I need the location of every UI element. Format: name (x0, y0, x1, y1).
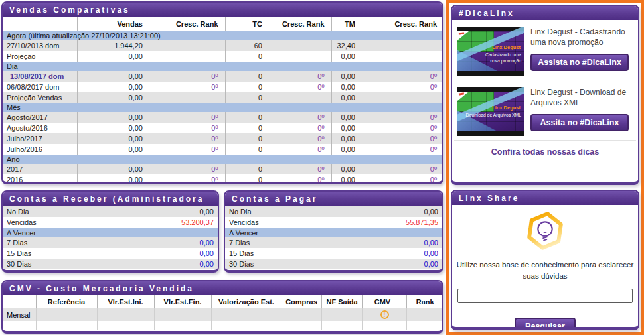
table-row: 30 Dias0,00 (225, 259, 442, 269)
metric-value: 0 (225, 82, 265, 92)
metric-value: 0,00 (331, 82, 358, 92)
table-row: 20160,000º00º0,000º (3, 174, 443, 184)
rank-value (145, 92, 225, 103)
share-message: Utilize nossa base de conhecimento para … (453, 259, 637, 281)
highlight-orange-frame: #DicaLinx Linx Degust Cadastrando uma no… (446, 0, 644, 335)
rank-value (265, 51, 331, 62)
amount-value[interactable]: 0,00 (127, 237, 218, 248)
search-button[interactable]: Pesquisar (515, 318, 576, 330)
exclamation-circle-icon[interactable]: ! (380, 310, 389, 319)
metric-value: 0,00 (331, 164, 358, 174)
thumbnail-caption-text: Download de Arquivos XML (466, 112, 522, 118)
metric-value: 0 (225, 51, 265, 62)
amount-value: 0,00 (127, 206, 218, 217)
watch-dicalinx-button[interactable]: Assita no #DicaLinx (530, 114, 629, 131)
row-label: Projeção (3, 51, 77, 62)
rank-value: 0º (145, 71, 225, 82)
rank-value: 0º (145, 112, 225, 123)
watch-dicalinx-button[interactable]: Assista no #DicaLinx (530, 54, 629, 71)
amount-value[interactable]: 0,00 (351, 237, 442, 248)
current-date-link[interactable]: 13/08/2017 dom (3, 71, 77, 82)
rank-value: 0º (358, 174, 443, 184)
vendas-table: Vendas Cresc. Rank TC Cresc. Rank TM Cre… (3, 17, 443, 184)
row-label: Mensal (3, 308, 36, 321)
table-row: 27/10/2013 dom1.944,206032,40 (3, 40, 443, 51)
metric-value: 1.944,20 (77, 40, 145, 51)
contas-receber-table: No Dia0,00Vencidas53.200,37A Vencer7 Dia… (3, 206, 218, 269)
metric-value: 0,00 (331, 144, 358, 155)
amount-value[interactable]: 0,00 (127, 259, 218, 269)
linx-share-panel: Linx Share (451, 190, 639, 330)
row-label: 7 Dias (3, 237, 127, 248)
col-header-cresc-rank: Cresc. Rank (145, 17, 225, 31)
table-row: Julho/20170,000º00º0,000º (3, 133, 443, 144)
rank-value: 0º (358, 123, 443, 133)
rank-value (145, 40, 225, 51)
table-row: 15 Dias0,00 (3, 248, 218, 259)
rank-value: 0º (265, 82, 331, 92)
video-title: Linx Degust - Download de Arquivos XML (530, 87, 633, 108)
rank-value: 0º (265, 123, 331, 133)
panel-title: #DicaLinx (452, 6, 638, 20)
rank-value: 0º (358, 144, 443, 155)
section-row: A Vencer (3, 228, 218, 237)
table-row: Agosto/20170,000º00º0,000º (3, 112, 443, 123)
empty-header-cell (3, 295, 36, 308)
table-row: 30 Dias0,00 (3, 259, 218, 269)
amount-value[interactable]: 0,00 (351, 248, 442, 259)
lightbulb-hexagon-icon (524, 210, 566, 251)
table-row: 7 Dias0,00 (225, 237, 442, 248)
metric-value: 0,00 (77, 174, 145, 184)
row-label: Vencidas (225, 217, 351, 228)
metric-value: 0,00 (77, 51, 145, 62)
video-item: Linx Degust Cadastrando uma nova promoçã… (452, 20, 638, 80)
metric-value: 0 (225, 112, 265, 123)
metric-value: 0,00 (331, 123, 358, 133)
metric-value: 0 (225, 144, 265, 155)
metric-value: 0 (225, 71, 265, 82)
amount-value[interactable]: 0,00 (351, 259, 442, 269)
panel-title: Linx Share (452, 191, 638, 205)
row-label: 30 Dias (225, 259, 351, 269)
share-search-input[interactable] (457, 289, 633, 303)
panel-title: Contas a Receber (Administradora (3, 192, 218, 206)
rank-value: 0º (265, 164, 331, 174)
cmv-header-row: Referência Vlr.Est.Ini. Vlr.Est.Fin. Val… (3, 295, 443, 308)
col-header-referencia: Referência (36, 295, 97, 308)
rank-value: 0º (358, 82, 443, 92)
table-row: No Dia0,00 (225, 206, 442, 217)
contas-a-pagar-panel: Contas a Pagar No Dia0,00Vencidas55.871,… (224, 190, 443, 273)
video-thumbnail[interactable]: Linx Degust Download de Arquivos XML (457, 87, 524, 136)
col-header-cresc-rank: Cresc. Rank (358, 17, 443, 31)
rank-value: 0º (265, 112, 331, 123)
table-row: No Dia0,00 (3, 206, 218, 217)
contas-pagar-table: No Dia0,00Vencidas55.871,35A Vencer7 Dia… (225, 206, 442, 269)
metric-value: 60 (225, 40, 265, 51)
table-row: 20170,000º00º0,000º (3, 164, 443, 174)
rank-value: 0º (265, 133, 331, 144)
dashboard: Vendas Comparativas Vendas Cresc. Rank T… (0, 0, 644, 335)
metric-value: 0,00 (77, 82, 145, 92)
metric-value: 0,00 (331, 133, 358, 144)
rank-value (265, 40, 331, 51)
metric-value: 0,00 (77, 133, 145, 144)
table-row: Agosto/20160,000º00º0,000º (3, 123, 443, 133)
thumbnail-brand-text: Linx Degust (492, 105, 521, 111)
all-tips-link[interactable]: Confira todas nossas dicas (452, 141, 638, 161)
metric-value: 0,00 (331, 51, 358, 62)
rank-value (358, 40, 443, 51)
rank-value: 0º (145, 144, 225, 155)
rank-value: 0º (145, 82, 225, 92)
section-label: Ano (3, 155, 443, 164)
vendas-comparativas-panel: Vendas Comparativas Vendas Cresc. Rank T… (1, 1, 443, 184)
row-label: Agosto/2017 (3, 112, 77, 123)
metric-value: 0 (225, 123, 265, 133)
video-item: Linx Degust Download de Arquivos XML Lin… (452, 80, 638, 140)
row-label: 2017 (3, 164, 77, 174)
col-header-vlr-est-ini: Vlr.Est.Ini. (97, 295, 154, 308)
row-label: Julho/2017 (3, 133, 77, 144)
amount-value[interactable]: 0,00 (127, 248, 218, 259)
section-row: Agora (última atualização 27/10/2013 13:… (3, 31, 443, 40)
video-thumbnail[interactable]: Linx Degust Cadastrando uma nova promoçã… (457, 27, 524, 76)
table-row: Projeção0,0000,00 (3, 51, 443, 62)
